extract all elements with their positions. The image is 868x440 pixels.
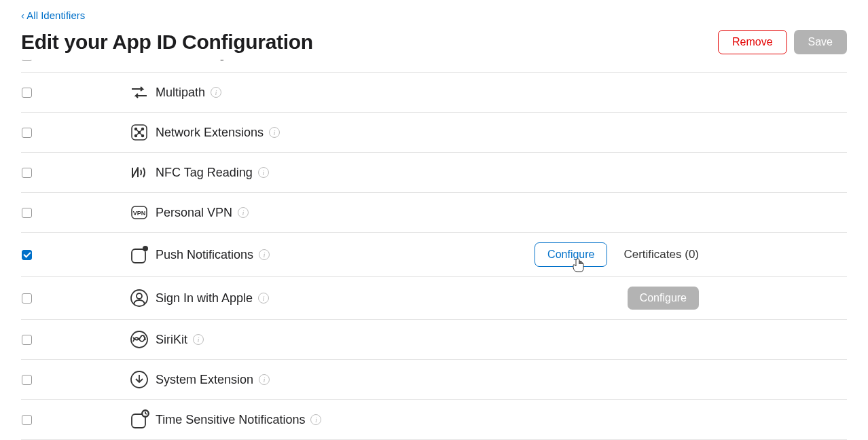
- capabilities-list: MDM Managed Associated Domains Multipath: [0, 60, 868, 440]
- checkbox-time-sensitive[interactable]: [22, 415, 32, 425]
- configure-signin-button: Configure: [628, 287, 699, 310]
- label-wrap: Personal VPN: [156, 206, 847, 220]
- checkbox-wrap: [21, 60, 123, 61]
- checkbox-wrap: [21, 415, 123, 425]
- capability-label: System Extension: [156, 373, 253, 387]
- icon-wrap: [123, 122, 156, 143]
- icon-wrap: [123, 288, 156, 308]
- label-wrap: Push Notifications: [156, 248, 535, 262]
- label-wrap: SiriKit: [156, 333, 847, 347]
- save-button: Save: [794, 30, 847, 54]
- header-actions: Remove Save: [718, 30, 847, 54]
- info-icon[interactable]: [238, 207, 249, 218]
- vpn-icon: VPN: [129, 202, 149, 223]
- capability-label: Push Notifications: [156, 248, 253, 262]
- capability-row-network-extensions: Network Extensions: [21, 112, 847, 152]
- svg-point-14: [143, 246, 148, 251]
- icon-wrap: [123, 162, 156, 183]
- capability-label: MDM Managed Associated Domains: [156, 60, 353, 61]
- checkbox-system-extension[interactable]: [22, 375, 32, 385]
- capability-row-mdm: MDM Managed Associated Domains: [21, 60, 847, 72]
- label-wrap: MDM Managed Associated Domains: [156, 60, 847, 61]
- icon-wrap: [123, 244, 156, 265]
- action-wrap: Configure Certificates (0): [535, 242, 699, 267]
- checkbox-push[interactable]: [22, 250, 32, 260]
- checkbox-wrap: [21, 293, 123, 304]
- capability-row-sirikit: SiriKit: [21, 319, 847, 359]
- checkbox-mdm[interactable]: [22, 60, 32, 61]
- checkbox-wrap: [21, 208, 123, 218]
- info-icon[interactable]: [259, 249, 270, 260]
- checkbox-wrap: [21, 250, 123, 260]
- info-icon[interactable]: [269, 127, 280, 138]
- remove-button[interactable]: Remove: [718, 30, 787, 54]
- page-title: Edit your App ID Configuration: [21, 31, 313, 54]
- checkbox-network-extensions[interactable]: [22, 128, 32, 138]
- capability-label: Sign In with Apple: [156, 291, 253, 306]
- capability-row-push: Push Notifications Configure Certificate…: [21, 232, 847, 276]
- checkbox-wrap: [21, 375, 123, 385]
- multipath-icon: [129, 82, 149, 103]
- capability-label: Personal VPN: [156, 206, 232, 220]
- action-wrap: Configure: [628, 287, 699, 310]
- info-icon[interactable]: [211, 87, 221, 98]
- configure-push-button[interactable]: Configure: [535, 242, 607, 267]
- checkbox-nfc[interactable]: [22, 168, 32, 178]
- label-wrap: Time Sensitive Notifications: [156, 413, 847, 427]
- capability-row-multipath: Multipath: [21, 72, 847, 112]
- certificates-count: Certificates (0): [623, 248, 699, 261]
- checkbox-wrap: [21, 88, 123, 98]
- checkbox-vpn[interactable]: [22, 208, 32, 218]
- svg-rect-13: [132, 249, 145, 263]
- capability-row-time-sensitive: Time Sensitive Notifications: [21, 399, 847, 440]
- capability-row-system-extension: System Extension: [21, 359, 847, 399]
- label-wrap: Network Extensions: [156, 126, 847, 140]
- capability-label: SiriKit: [156, 333, 187, 347]
- label-wrap: NFC Tag Reading: [156, 166, 847, 180]
- globe-icon: [129, 60, 149, 61]
- info-icon[interactable]: [258, 167, 269, 178]
- checkbox-wrap: [21, 335, 123, 345]
- checkbox-multipath[interactable]: [22, 88, 32, 98]
- download-icon: [129, 369, 149, 390]
- icon-wrap: [123, 60, 156, 61]
- time-notification-icon: [129, 409, 149, 430]
- label-wrap: System Extension: [156, 373, 847, 387]
- info-icon[interactable]: [193, 334, 204, 345]
- siri-icon: [129, 329, 149, 350]
- checkbox-sirikit[interactable]: [22, 335, 32, 345]
- push-icon: [129, 244, 149, 265]
- back-link[interactable]: All Identifiers: [0, 0, 85, 21]
- network-icon: [129, 122, 149, 143]
- label-wrap: Multipath: [156, 86, 847, 100]
- svg-text:VPN: VPN: [133, 210, 146, 217]
- person-icon: [129, 288, 149, 308]
- svg-line-24: [145, 414, 147, 414]
- capability-label: Network Extensions: [156, 126, 264, 140]
- icon-wrap: VPN: [123, 202, 156, 223]
- checkbox-signin[interactable]: [22, 293, 32, 304]
- capability-row-nfc: NFC Tag Reading: [21, 152, 847, 192]
- capability-row-vpn: VPN Personal VPN: [21, 192, 847, 232]
- icon-wrap: [123, 82, 156, 103]
- checkbox-wrap: [21, 168, 123, 178]
- icon-wrap: [123, 409, 156, 430]
- icon-wrap: [123, 329, 156, 350]
- checkbox-wrap: [21, 128, 123, 138]
- capability-label: NFC Tag Reading: [156, 166, 253, 180]
- svg-point-16: [137, 293, 142, 299]
- icon-wrap: [123, 369, 156, 390]
- info-icon[interactable]: [310, 414, 321, 425]
- capability-label: Multipath: [156, 86, 205, 100]
- capability-label: Time Sensitive Notifications: [156, 413, 305, 427]
- capability-row-signin: Sign In with Apple Configure: [21, 276, 847, 319]
- label-wrap: Sign In with Apple: [156, 291, 628, 306]
- info-icon[interactable]: [259, 374, 270, 385]
- page-header: Edit your App ID Configuration Remove Sa…: [0, 22, 868, 61]
- nfc-icon: [129, 162, 149, 183]
- info-icon[interactable]: [258, 293, 269, 304]
